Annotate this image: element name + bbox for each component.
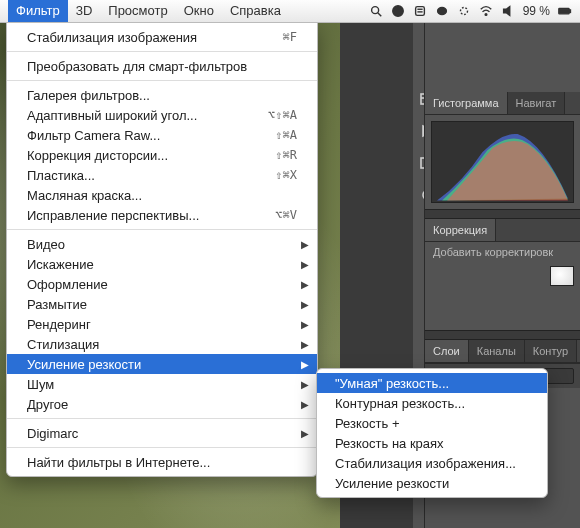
cc-icon[interactable] [391,4,405,18]
menu-browse-online[interactable]: Найти фильтры в Интернете... [7,452,317,472]
svg-point-2 [392,6,403,17]
menu-oil-paint[interactable]: Масляная краска... [7,185,317,205]
svg-point-0 [371,7,378,14]
chevron-right-icon: ▶ [301,339,309,350]
submenu-sharpen-more[interactable]: Резкость + [317,413,547,433]
menu-render[interactable]: Рендеринг▶ [7,314,317,334]
cloud-icon[interactable] [435,4,449,18]
menu-3d[interactable]: 3D [68,0,101,22]
tab-channels[interactable]: Каналы [469,340,525,362]
chevron-right-icon: ▶ [301,428,309,439]
sharpen-submenu: "Умная" резкость... Контурная резкость..… [316,368,548,498]
menu-video[interactable]: Видео▶ [7,234,317,254]
menu-stabilize[interactable]: Стабилизация изображения⌘F [7,27,317,47]
svg-point-8 [485,14,487,16]
submenu-edge-sharpen[interactable]: Контурная резкость... [317,393,547,413]
svg-point-7 [460,8,467,15]
sync-icon[interactable] [457,4,471,18]
tab-adjustments[interactable]: Коррекция [425,219,496,241]
adjustment-icon[interactable] [550,266,574,286]
svg-line-1 [377,13,381,17]
histogram-display [431,121,574,203]
chevron-right-icon: ▶ [301,319,309,330]
menu-sharpen[interactable]: Усиление резкости▶ [7,354,317,374]
menu-camera-raw[interactable]: Фильтр Camera Raw...⇧⌘A [7,125,317,145]
menu-blur[interactable]: Размытие▶ [7,294,317,314]
menubar: Фильтр 3D Просмотр Окно Справка 99 % [0,0,580,23]
tab-layers[interactable]: Слои [425,340,469,362]
submenu-sharpen-edges[interactable]: Резкость на краях [317,433,547,453]
menu-filter[interactable]: Фильтр [8,0,68,22]
svg-rect-3 [415,7,424,16]
tab-navigator[interactable]: Навигат [508,92,566,114]
add-adjustment-label: Добавить корректировк [425,242,580,262]
menu-view[interactable]: Просмотр [100,0,175,22]
menu-lens-correction[interactable]: Коррекция дисторсии...⇧⌘R [7,145,317,165]
chevron-right-icon: ▶ [301,279,309,290]
chevron-right-icon: ▶ [301,299,309,310]
chevron-right-icon: ▶ [301,379,309,390]
chevron-right-icon: ▶ [301,399,309,410]
menu-adaptive-wide[interactable]: Адаптивный широкий угол...⌥⇧⌘A [7,105,317,125]
svg-point-6 [437,8,446,15]
submenu-unsharp-mask[interactable]: Усиление резкости [317,473,547,493]
menu-other[interactable]: Другое▶ [7,394,317,414]
chevron-right-icon: ▶ [301,259,309,270]
menu-stylize[interactable]: Стилизация▶ [7,334,317,354]
svg-rect-10 [569,10,570,13]
battery-icon[interactable] [558,4,572,18]
menu-liquify[interactable]: Пластика...⇧⌘X [7,165,317,185]
menu-filter-gallery[interactable]: Галерея фильтров... [7,85,317,105]
filter-dropdown: Стабилизация изображения⌘F Преобразовать… [6,22,318,477]
chevron-right-icon: ▶ [301,359,309,370]
system-tray: 99 % [369,4,572,18]
battery-text: 99 % [523,4,550,18]
notification-icon[interactable] [413,4,427,18]
menu-distort[interactable]: Искажение▶ [7,254,317,274]
menu-pixelate[interactable]: Оформление▶ [7,274,317,294]
menu-digimarc[interactable]: Digimarc▶ [7,423,317,443]
chevron-right-icon: ▶ [301,239,309,250]
tab-paths[interactable]: Контур [525,340,577,362]
menu-convert-smart[interactable]: Преобразовать для смарт-фильтров [7,56,317,76]
menu-noise[interactable]: Шум▶ [7,374,317,394]
submenu-shake-reduction[interactable]: Стабилизация изображения... [317,453,547,473]
volume-icon[interactable] [501,4,515,18]
menu-help[interactable]: Справка [222,0,289,22]
wifi-icon[interactable] [479,4,493,18]
tab-histogram[interactable]: Гистограмма [425,92,508,114]
svg-rect-11 [559,9,568,13]
spotlight-icon[interactable] [369,4,383,18]
menu-vanishing-point[interactable]: Исправление перспективы...⌥⌘V [7,205,317,225]
submenu-smart-sharpen[interactable]: "Умная" резкость... [317,373,547,393]
menu-window[interactable]: Окно [176,0,222,22]
